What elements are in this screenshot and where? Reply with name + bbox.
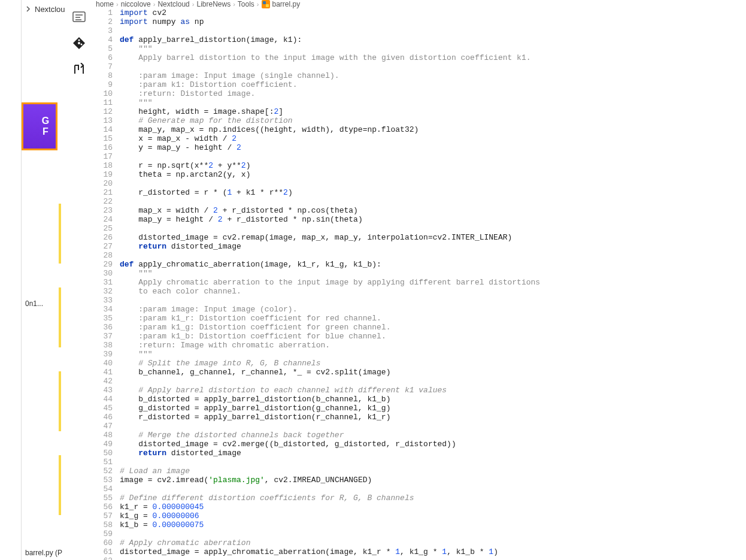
svg-point-6 bbox=[81, 44, 83, 46]
svg-point-5 bbox=[78, 40, 80, 41]
code-content[interactable]: import cv2import numpy as npdef apply_ba… bbox=[120, 8, 746, 560]
breadcrumb-home[interactable]: home bbox=[96, 0, 114, 8]
chevron-right-icon: › bbox=[192, 1, 195, 8]
chevron-right-icon: › bbox=[153, 1, 156, 8]
breadcrumb-cloud[interactable]: Nextcloud bbox=[157, 0, 189, 8]
pull-request-icon[interactable] bbox=[71, 62, 87, 77]
breadcrumb: home › niccolove › Nextcloud › LibreNews… bbox=[95, 0, 746, 8]
breadcrumb-dir[interactable]: Tools bbox=[238, 0, 254, 8]
breadcrumb-user[interactable]: niccolove bbox=[121, 0, 151, 8]
left-rail bbox=[0, 0, 22, 560]
change-marker bbox=[59, 371, 61, 431]
change-markers bbox=[59, 204, 62, 539]
project-root-label: Nextclou bbox=[35, 5, 65, 14]
open-file-tab[interactable]: barrel.py (P bbox=[22, 546, 75, 560]
svg-rect-8 bbox=[263, 1, 266, 4]
thumbnail-preview[interactable]: G F bbox=[22, 96, 66, 156]
line-gutter: 1234567891011121314151617181920212223242… bbox=[95, 8, 120, 560]
breadcrumb-proj[interactable]: LibreNews bbox=[196, 0, 231, 8]
breadcrumb-file[interactable]: barrel.py bbox=[272, 0, 301, 8]
tab-label: barrel.py (P bbox=[25, 549, 62, 557]
svg-rect-9 bbox=[266, 4, 269, 7]
svg-rect-7 bbox=[262, 0, 270, 8]
chevron-right-icon: › bbox=[257, 1, 259, 8]
chevron-right-icon bbox=[25, 5, 31, 14]
chevron-right-icon: › bbox=[233, 1, 235, 8]
structure-icon[interactable] bbox=[71, 9, 87, 25]
code-editor[interactable]: 1234567891011121314151617181920212223242… bbox=[95, 8, 746, 560]
change-marker bbox=[59, 455, 61, 515]
svg-point-4 bbox=[78, 42, 80, 44]
project-file-item[interactable]: 0n1... bbox=[25, 299, 43, 308]
python-file-icon bbox=[262, 0, 270, 8]
chevron-right-icon: › bbox=[116, 1, 119, 8]
change-marker bbox=[59, 287, 61, 347]
change-marker bbox=[59, 204, 61, 264]
project-root-item[interactable]: Nextclou bbox=[22, 0, 66, 19]
editor-area: home › niccolove › Nextcloud › LibreNews… bbox=[66, 0, 746, 560]
thumb-line2: F bbox=[43, 126, 48, 137]
editor-side-icons bbox=[66, 9, 92, 77]
vcs-icon[interactable] bbox=[71, 35, 87, 51]
thumb-line1: G bbox=[42, 116, 49, 126]
